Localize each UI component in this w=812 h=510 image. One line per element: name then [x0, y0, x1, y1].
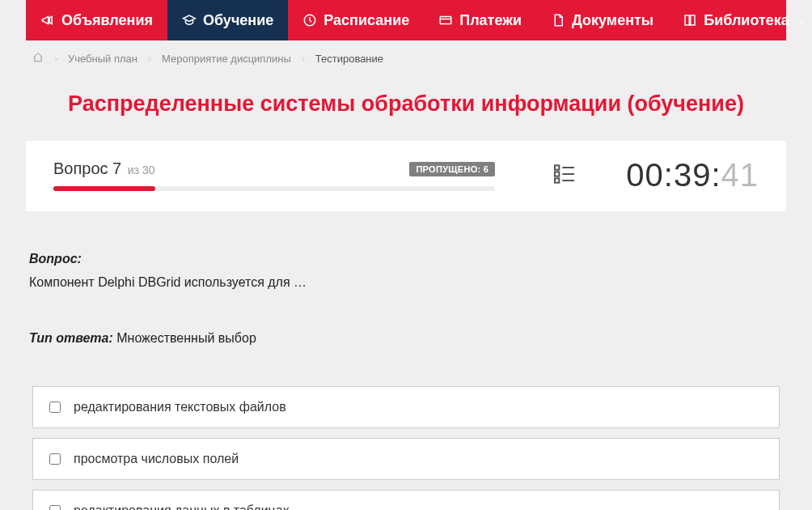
card-icon	[438, 13, 453, 28]
document-icon	[551, 13, 565, 28]
breadcrumb-link[interactable]: Мероприятие дисциплины	[162, 53, 291, 65]
nav-education[interactable]: Обучение	[167, 0, 288, 40]
nav-announcements[interactable]: Объявления	[26, 0, 167, 40]
nav-label: Объявления	[61, 12, 153, 29]
main-navbar: Объявления Обучение Расписание Платежи Д…	[26, 0, 786, 40]
question-block: Вопрос: Компонент Delphi DBGrid использу…	[26, 252, 786, 346]
nav-label: Библиотека	[704, 12, 789, 29]
skipped-badge: ПРОПУЩЕНО: 6	[409, 162, 495, 176]
status-card: Вопрос 7 из 30 ПРОПУЩЕНО: 6 00:39:41	[26, 141, 786, 211]
graduation-icon	[182, 13, 197, 28]
nav-label: Платежи	[459, 12, 522, 29]
nav-documents[interactable]: Документы	[536, 0, 668, 40]
progress-bar	[53, 186, 495, 191]
question-label: Вопрос:	[29, 252, 82, 266]
svg-rect-2	[555, 165, 559, 169]
answer-checkbox[interactable]	[49, 505, 61, 510]
breadcrumb-link[interactable]: Учебный план	[68, 53, 137, 65]
question-text: Компонент Delphi DBGrid используется для…	[29, 273, 783, 292]
book-icon	[683, 13, 697, 28]
nav-payments[interactable]: Платежи	[424, 0, 536, 40]
question-counter: Вопрос 7 из 30	[53, 159, 155, 178]
nav-label: Обучение	[203, 12, 273, 29]
svg-rect-1	[440, 17, 451, 24]
page-title: Распределенные системы обработки информа…	[26, 91, 786, 117]
clock-icon	[302, 13, 317, 28]
nav-label: Документы	[572, 12, 653, 29]
nav-schedule[interactable]: Расписание	[288, 0, 424, 40]
breadcrumb: Учебный план Мероприятие дисциплины Тест…	[26, 40, 786, 74]
progress-fill	[53, 186, 155, 191]
answer-options: редактирования текстовых файлов просмотр…	[26, 386, 786, 510]
answer-type-value: Множественный выбор	[116, 331, 256, 345]
answer-option[interactable]: просмотра числовых полей	[32, 438, 780, 480]
breadcrumb-current: Тестирование	[315, 53, 383, 65]
megaphone-icon	[40, 13, 55, 28]
nav-library[interactable]: Библиотека	[668, 0, 812, 40]
answer-type-label: Тип ответа:	[29, 331, 113, 345]
list-icon	[552, 161, 577, 190]
answer-checkbox[interactable]	[49, 453, 61, 465]
answer-text: редактирования данных в таблицах	[74, 504, 290, 510]
answer-text: редактирования текстовых файлов	[74, 400, 286, 414]
home-icon[interactable]	[32, 52, 44, 66]
chevron-right-icon	[52, 55, 60, 63]
question-list-button[interactable]	[519, 161, 594, 190]
chevron-down-icon	[796, 15, 807, 26]
chevron-right-icon	[146, 55, 154, 63]
chevron-right-icon	[299, 55, 307, 63]
svg-rect-3	[555, 178, 559, 182]
nav-label: Расписание	[324, 12, 409, 29]
answer-text: просмотра числовых полей	[74, 452, 239, 466]
timer: 00:39:41	[618, 157, 759, 193]
svg-rect-4	[555, 172, 559, 176]
answer-checkbox[interactable]	[49, 402, 61, 413]
answer-option[interactable]: редактирования текстовых файлов	[32, 386, 780, 428]
answer-option[interactable]: редактирования данных в таблицах	[32, 490, 780, 510]
